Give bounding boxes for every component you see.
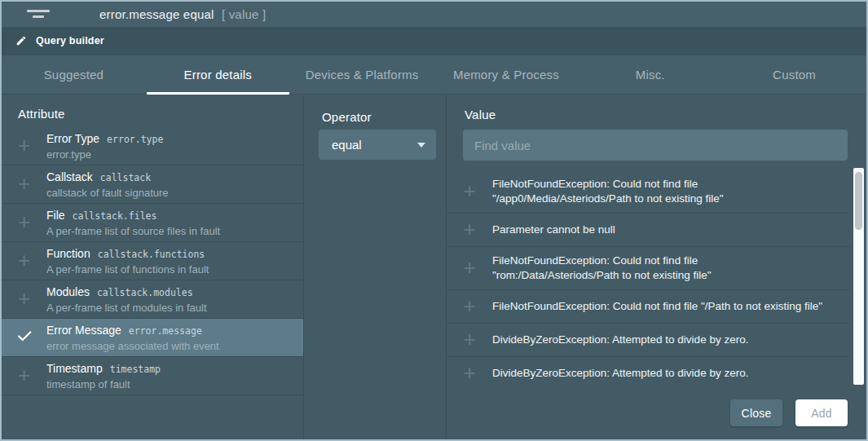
attribute-title: Timestamp xyxy=(46,362,103,375)
add-plus-icon: + xyxy=(463,329,475,350)
value-list-item[interactable]: + DivideByZeroException: Attempted to di… xyxy=(447,324,850,357)
value-list-item[interactable]: + FileNotFoundException: Could not find … xyxy=(447,290,850,324)
query-summary-value-placeholder: [ value ] xyxy=(222,7,266,21)
attribute-row[interactable]: + Timestamptimestamp timestamp of fault xyxy=(2,357,303,395)
attribute-title: File xyxy=(46,209,65,222)
operator-dropdown[interactable]: equal xyxy=(319,130,436,160)
attribute-title: Error Message xyxy=(46,324,121,337)
tab-devices-platforms[interactable]: Devices & Platforms xyxy=(290,55,434,94)
attribute-row[interactable]: + Filecallstack.files A per-frame list o… xyxy=(2,204,303,242)
tab-label: Error details xyxy=(184,68,252,82)
query-builder-label: Query builder xyxy=(36,27,104,55)
attribute-row[interactable]: + Callstackcallstack callstack of fault … xyxy=(2,165,303,204)
add-plus-icon: + xyxy=(463,180,475,201)
add-plus-icon: + xyxy=(463,362,475,383)
check-icon xyxy=(15,327,33,348)
tab-memory-process[interactable]: Memory & Process xyxy=(434,55,578,94)
attribute-code: callstack.functions xyxy=(98,249,205,260)
add-plus-icon: + xyxy=(18,173,30,194)
add-plus-icon: + xyxy=(463,218,475,240)
dialog-footer: Close Add xyxy=(447,386,866,439)
attribute-list: + Error Typeerror.type error.type + Call… xyxy=(2,127,303,395)
value-panel: Value + FileNotFoundException: Could not… xyxy=(447,95,866,439)
tab-suggested[interactable]: Suggested xyxy=(2,55,146,94)
query-builder-dialog: error.message equal [ value ] Query buil… xyxy=(0,0,868,441)
query-builder-header: Query builder xyxy=(2,27,866,55)
edit-pencil-icon xyxy=(15,35,27,46)
value-list-item[interactable]: + FileNotFoundException: Could not find … xyxy=(447,170,850,214)
find-value-input[interactable] xyxy=(463,130,848,161)
value-text: DivideByZeroException: Attempted to divi… xyxy=(492,366,850,381)
tab-error-details[interactable]: Error details xyxy=(146,55,290,94)
value-text: Parameter cannot be null xyxy=(492,223,850,237)
query-summary-text: error.message equal xyxy=(99,7,214,21)
value-text: FileNotFoundException: Could not find fi… xyxy=(492,299,850,314)
value-panel-title: Value xyxy=(447,95,866,121)
attribute-code: error.message xyxy=(129,325,202,337)
value-text: FileNotFoundException: Could not find fi… xyxy=(492,254,850,283)
value-list: + FileNotFoundException: Could not find … xyxy=(447,170,850,384)
attribute-row[interactable]: + Error Typeerror.type error.type xyxy=(2,127,303,165)
value-list-scrollbar[interactable] xyxy=(853,168,864,385)
panels-container: Attribute + Error Typeerror.type error.t… xyxy=(2,95,866,439)
operator-selected-value: equal xyxy=(332,138,362,152)
add-plus-icon: + xyxy=(18,249,30,271)
tab-bar: SuggestedError detailsDevices & Platform… xyxy=(2,55,866,95)
value-list-item[interactable]: + DivideByZeroException: Attempted to di… xyxy=(447,357,850,384)
value-text: DivideByZeroException: Attempted to divi… xyxy=(492,333,850,347)
tab-label: Suggested xyxy=(44,68,104,82)
title-bar: error.message equal [ value ] xyxy=(2,2,866,27)
scrollbar-thumb[interactable] xyxy=(855,172,862,230)
operator-panel: Operator equal xyxy=(304,95,447,439)
add-button[interactable]: Add xyxy=(795,399,848,426)
value-text: FileNotFoundException: Could not find fi… xyxy=(492,177,850,206)
attribute-code: callstack.files xyxy=(73,210,157,222)
attribute-row[interactable]: + Error Messageerror.message error messa… xyxy=(2,319,303,357)
add-plus-icon: + xyxy=(18,211,30,232)
tab-label: Misc. xyxy=(636,68,665,82)
attribute-code: callstack.modules xyxy=(97,287,193,298)
tab-custom[interactable]: Custom xyxy=(722,55,866,94)
attribute-title: Error Type xyxy=(46,132,99,145)
attribute-description: A per-frame list of functions in fault xyxy=(46,263,303,276)
attribute-description: error.type xyxy=(46,148,303,161)
add-plus-icon: + xyxy=(18,288,30,309)
attribute-code: timestamp xyxy=(110,364,161,375)
attribute-code: error.type xyxy=(107,134,163,145)
add-plus-icon: + xyxy=(18,135,30,156)
tab-label: Devices & Platforms xyxy=(306,68,419,82)
value-list-item[interactable]: + FileNotFoundException: Could not find … xyxy=(447,247,850,290)
attribute-title: Modules xyxy=(46,285,90,298)
tab-label: Custom xyxy=(773,68,816,82)
query-summary: error.message equal [ value ] xyxy=(99,2,266,27)
attribute-panel-title: Attribute xyxy=(2,95,303,127)
attribute-title: Callstack xyxy=(46,170,93,183)
attribute-description: timestamp of fault xyxy=(46,378,303,390)
operator-panel-title: Operator xyxy=(304,95,446,124)
attribute-code: callstack xyxy=(100,172,151,183)
add-plus-icon: + xyxy=(18,364,30,386)
close-button[interactable]: Close xyxy=(730,399,782,426)
attribute-row[interactable]: + Functioncallstack.functions A per-fram… xyxy=(2,242,303,280)
value-list-item[interactable]: + Parameter cannot be null xyxy=(447,214,850,247)
add-plus-icon: + xyxy=(463,257,475,278)
tab-misc[interactable]: Misc. xyxy=(578,55,722,94)
attribute-description: A per-frame list of modules in fault xyxy=(46,302,303,314)
attribute-row[interactable]: + Modulescallstack.modules A per-frame l… xyxy=(2,280,303,319)
attribute-title: Function xyxy=(46,247,90,260)
add-plus-icon: + xyxy=(463,295,475,316)
attribute-description: A per-frame list of source files in faul… xyxy=(46,225,303,237)
attribute-description: error message associated with event xyxy=(46,340,303,352)
attribute-description: callstack of fault signature xyxy=(46,187,303,199)
attribute-panel: Attribute + Error Typeerror.type error.t… xyxy=(2,95,304,439)
chevron-down-icon xyxy=(417,143,425,148)
filter-icon xyxy=(26,8,51,21)
tab-label: Memory & Process xyxy=(453,68,559,82)
